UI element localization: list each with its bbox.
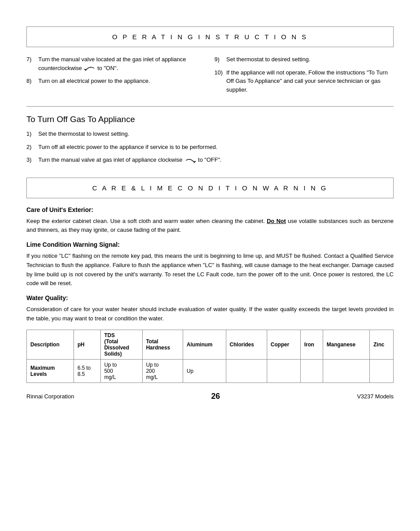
turn-off-title: To Turn Off Gas To Appliance (26, 115, 394, 124)
col-chlorides: Chlorides (226, 330, 267, 359)
col-zinc: Zinc (370, 330, 394, 359)
water-quality-table: Description pH TDS(TotalDissolvedSolids)… (26, 330, 394, 383)
operating-instructions-header: O P E R A T I N G I N S T R U C T I O N … (26, 26, 394, 47)
op-item-9: 9) Set thermostat to desired setting. (214, 55, 394, 64)
table-row: MaximumLevels 6.5 to8.5 Up to500mg/L Up … (27, 359, 394, 382)
op-item-7: 7) Turn the manual valve located at the … (26, 55, 206, 72)
col-description: Description (27, 330, 74, 359)
turn-off-item-3-num: 3) (26, 156, 36, 164)
op-item-8-text: Turn on all electrical power to the appl… (38, 77, 150, 85)
op-item-9-text: Set thermostat to desired setting. (226, 55, 310, 64)
col-ph: pH (74, 330, 101, 359)
table-header-row: Description pH TDS(TotalDissolvedSolids)… (27, 330, 394, 359)
exterior-text: Keep the exterior cabinet clean. Use a s… (26, 217, 394, 235)
footer-right: V3237 Models (357, 393, 394, 400)
turn-off-item-3-text: Turn the manual valve at gas inlet of ap… (38, 156, 221, 164)
op-item-10-text: If the appliance will not operate, Follo… (226, 68, 394, 94)
op-item-8: 8) Turn on all electrical power to the a… (26, 77, 206, 85)
turn-off-item-2-text: Turn off all electric power to the appli… (38, 143, 217, 152)
svg-marker-0 (84, 69, 87, 71)
operating-instructions-left: 7) Turn the manual valve located at the … (26, 55, 206, 98)
water-text: Consideration of care for your water hea… (26, 305, 394, 323)
turn-off-item-2-num: 2) (26, 143, 36, 152)
col-copper: Copper (267, 330, 300, 359)
col-aluminum: Aluminum (183, 330, 226, 359)
cell-tds: Up to500mg/L (100, 359, 142, 382)
cell-hardness: Up to200mg/L (142, 359, 183, 382)
cell-aluminum: Up (183, 359, 226, 382)
footer-left: Rinnai Corporation (26, 393, 74, 400)
op-item-7-text: Turn the manual valve located at the gas… (38, 55, 206, 72)
divider-1 (26, 106, 394, 107)
lime-text: If you notice "LC" flashing on the remot… (26, 252, 394, 288)
op-item-10-num: 10) (214, 68, 224, 94)
lime-title: Lime Condition Warning Signal: (26, 241, 394, 248)
water-title: Water Quality: (26, 294, 394, 301)
op-item-9-num: 9) (214, 55, 224, 64)
care-warning-header: C A R E & L I M E C O N D I T I O N W A … (26, 178, 394, 198)
cell-chlorides (226, 359, 267, 382)
turn-off-item-2: 2) Turn off all electric power to the ap… (26, 143, 394, 152)
col-iron: Iron (300, 330, 323, 359)
op-item-7-num: 7) (26, 55, 36, 72)
svg-marker-1 (193, 161, 196, 163)
exterior-text-part1: Keep the exterior cabinet clean. Use a s… (26, 218, 267, 224)
operating-instructions-right: 9) Set thermostat to desired setting. 10… (214, 55, 394, 98)
valve-cw-symbol (184, 156, 196, 164)
cell-iron (300, 359, 323, 382)
col-tds: TDS(TotalDissolvedSolids) (100, 330, 142, 359)
footer-page: 26 (211, 392, 220, 401)
col-manganese: Manganese (323, 330, 370, 359)
op-item-8-num: 8) (26, 77, 36, 85)
valve-ccw-symbol (84, 64, 96, 73)
turn-off-item-1-num: 1) (26, 130, 36, 138)
cell-ph: 6.5 to8.5 (74, 359, 101, 382)
page-footer: Rinnai Corporation 26 V3237 Models (26, 392, 394, 401)
do-not-text: Do Not (267, 218, 286, 224)
cell-description: MaximumLevels (27, 359, 74, 382)
turn-off-item-3: 3) Turn the manual valve at gas inlet of… (26, 156, 394, 164)
cell-copper (267, 359, 300, 382)
col-total-hardness: TotalHardness (142, 330, 183, 359)
op-item-10: 10) If the appliance will not operate, F… (214, 68, 394, 94)
exterior-title: Care of Unit's Exterior: (26, 206, 394, 213)
cell-zinc (370, 359, 394, 382)
cell-manganese (323, 359, 370, 382)
turn-off-item-1: 1) Set the thermostat to lowest setting. (26, 130, 394, 138)
turn-off-item-1-text: Set the thermostat to lowest setting. (38, 130, 129, 138)
